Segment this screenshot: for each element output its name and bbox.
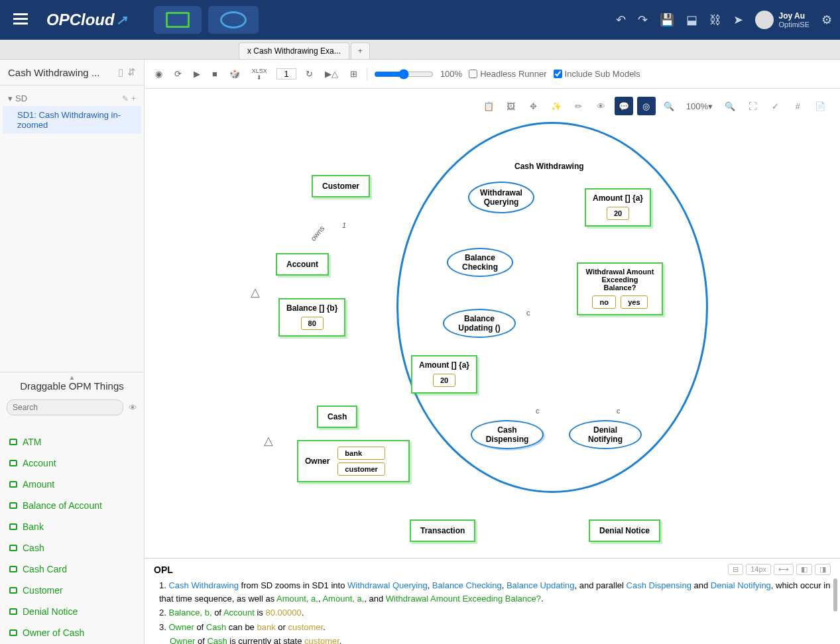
diagram-edges	[145, 89, 343, 188]
opm-item-cash-card[interactable]: Cash Card	[0, 559, 144, 580]
shape-tools	[154, 6, 259, 34]
opm-item-denial-notice[interactable]: Denial Notice	[0, 601, 144, 622]
opl-toggle-icon[interactable]: ⊟	[728, 564, 743, 575]
customer-object[interactable]: Customer	[312, 175, 370, 197]
account-object[interactable]: Account	[276, 253, 329, 276]
object-icon	[9, 566, 17, 572]
owner-bank-state[interactable]: bank	[337, 447, 385, 460]
link-icon[interactable]: ⛓	[709, 13, 721, 27]
include-sub-checkbox[interactable]: Include Sub Models	[554, 69, 640, 79]
c-label: c	[526, 309, 530, 317]
validate-icon[interactable]: ✓	[766, 97, 784, 115]
opm-item-label: ATM	[23, 437, 42, 447]
object-icon	[9, 460, 17, 466]
opm-item-atm[interactable]: ATM	[0, 431, 144, 453]
fit-screen-icon[interactable]: ⛶	[743, 97, 762, 115]
refresh-icon[interactable]: ⟳	[172, 66, 184, 81]
sidebar-doc-icon[interactable]: ▯	[118, 66, 123, 78]
stop-icon[interactable]: ■	[210, 66, 220, 81]
tree-item-sd1[interactable]: SD1: Cash Withdrawing in-zoomed	[3, 106, 141, 134]
opm-item-bank[interactable]: Bank	[0, 516, 144, 537]
drag-icon[interactable]: ✥	[524, 97, 543, 115]
denial-notifying-process[interactable]: Denial Notifying	[569, 420, 642, 449]
sidebar: Cash Withdrawing ... ▯ ⇵ ▾ SD ✎+ SD1: Ca…	[0, 60, 145, 644]
opl-font-size[interactable]: 14px	[746, 564, 771, 575]
eye-layer-icon[interactable]: 👁	[592, 97, 611, 115]
exceed-yes-state[interactable]: yes	[621, 295, 647, 309]
redo-icon[interactable]: ↷	[638, 13, 648, 27]
svg-rect-2	[13, 23, 28, 25]
balance-updating-process[interactable]: Balance Updating ()	[443, 309, 516, 338]
reload-icon[interactable]: ↻	[303, 66, 316, 81]
denial-notice-object[interactable]: Denial Notice	[589, 519, 660, 542]
amount2-state[interactable]: 20	[433, 374, 455, 387]
add-icon[interactable]: +	[131, 94, 136, 103]
tree-root[interactable]: ▾ SD ✎+	[3, 91, 141, 106]
opm-item-label: Account	[23, 458, 56, 468]
xlsx-export[interactable]: XLSX⬇	[249, 65, 270, 83]
balance-checking-process[interactable]: Balance Checking	[447, 248, 513, 277]
grid-icon[interactable]: ⊞	[347, 66, 360, 81]
balance-object[interactable]: Balance [] {b} 80	[278, 298, 345, 337]
sidebar-tree-icon[interactable]: ⇵	[127, 66, 136, 78]
opm-item-balance-of-account[interactable]: Balance of Account	[0, 495, 144, 516]
opl-layout2-icon[interactable]: ◨	[815, 564, 831, 575]
opl-layout-icon[interactable]: ◧	[796, 564, 812, 575]
opl-scrollbar[interactable]	[833, 578, 837, 612]
dashboard-icon[interactable]: ◉	[152, 66, 165, 81]
play-forward-icon[interactable]: ▶△	[322, 66, 341, 81]
diagram-canvas[interactable]: 📋 🖼 ✥ ✨ ✏ 👁 💬 ◎ 🔍 100% ▾ 🔍 ⛶ ✓ # 📄 Cash	[145, 89, 840, 558]
headless-checkbox[interactable]: Headless Runner	[469, 69, 546, 79]
save-icon[interactable]: 💾	[660, 13, 674, 27]
user-menu[interactable]: Joy Au OptimiSE	[755, 11, 810, 29]
owner-customer-state[interactable]: customer	[337, 462, 385, 476]
comment-icon[interactable]: 💬	[615, 97, 633, 115]
object-rectangle-tool[interactable]	[154, 6, 202, 34]
export-icon[interactable]: ⬓	[686, 13, 697, 27]
hamburger-menu[interactable]	[8, 8, 33, 32]
balance-state[interactable]: 80	[301, 317, 324, 330]
opm-item-owner-of-cash[interactable]: Owner of Cash	[0, 622, 144, 643]
amount2-object[interactable]: Amount [] {a} 20	[411, 355, 477, 394]
opm-item-account[interactable]: Account	[0, 453, 144, 474]
play-icon[interactable]: ▶	[191, 66, 203, 81]
grid-toggle-icon[interactable]: #	[788, 97, 807, 115]
zoom-in-icon[interactable]: 🔍	[660, 97, 678, 115]
send-icon[interactable]: ➤	[733, 13, 743, 27]
active-tab[interactable]: x Cash Withdrawing Exa...	[239, 42, 349, 59]
transaction-object[interactable]: Transaction	[410, 519, 475, 542]
zoom-slider[interactable]	[374, 69, 434, 80]
withdrawal-querying-process[interactable]: Withdrawal Querying	[468, 182, 534, 213]
user-org: OptimiSE	[779, 21, 810, 28]
opm-item-customer[interactable]: Customer	[0, 580, 144, 601]
edit-icon[interactable]: ✎	[122, 94, 129, 103]
document-icon[interactable]: 📄	[811, 97, 829, 115]
dice-icon[interactable]: 🎲	[227, 66, 243, 81]
process-oval-tool[interactable]	[208, 6, 259, 34]
c-label: c	[617, 407, 621, 415]
search-input[interactable]	[7, 400, 123, 415]
notes-icon[interactable]: 📋	[479, 97, 498, 115]
amount1-object[interactable]: Amount [] {a} 20	[585, 188, 651, 227]
cash-object[interactable]: Cash	[317, 405, 357, 428]
exceed-no-state[interactable]: no	[592, 295, 615, 309]
opm-item-amount[interactable]: Amount	[0, 474, 144, 495]
visibility-toggle-icon[interactable]: 👁	[129, 403, 137, 413]
pen-icon[interactable]: ✏	[570, 97, 588, 115]
amount1-state[interactable]: 20	[607, 207, 629, 220]
canvas-zoom-dropdown[interactable]: 100% ▾	[682, 97, 717, 115]
target-icon[interactable]: ◎	[637, 97, 656, 115]
opm-item-label: Balance of Account	[23, 500, 102, 511]
wand-icon[interactable]: ✨	[547, 97, 566, 115]
owner-object[interactable]: Owner bank customer	[297, 440, 410, 482]
exceeding-object[interactable]: Withdrawal Amount Exceeding Balance? no …	[577, 262, 663, 315]
page-input[interactable]	[276, 68, 296, 80]
zoom-out-icon[interactable]: 🔍	[721, 97, 739, 115]
image-icon[interactable]: 🖼	[502, 97, 520, 115]
opm-item-cash[interactable]: Cash	[0, 537, 144, 559]
opl-width-icon[interactable]: ⟷	[774, 564, 794, 575]
undo-icon[interactable]: ↶	[616, 13, 626, 27]
add-tab-button[interactable]: +	[351, 42, 370, 59]
settings-gear-icon[interactable]: ⚙	[821, 13, 832, 27]
cash-dispensing-process[interactable]: Cash Dispensing	[471, 420, 544, 449]
